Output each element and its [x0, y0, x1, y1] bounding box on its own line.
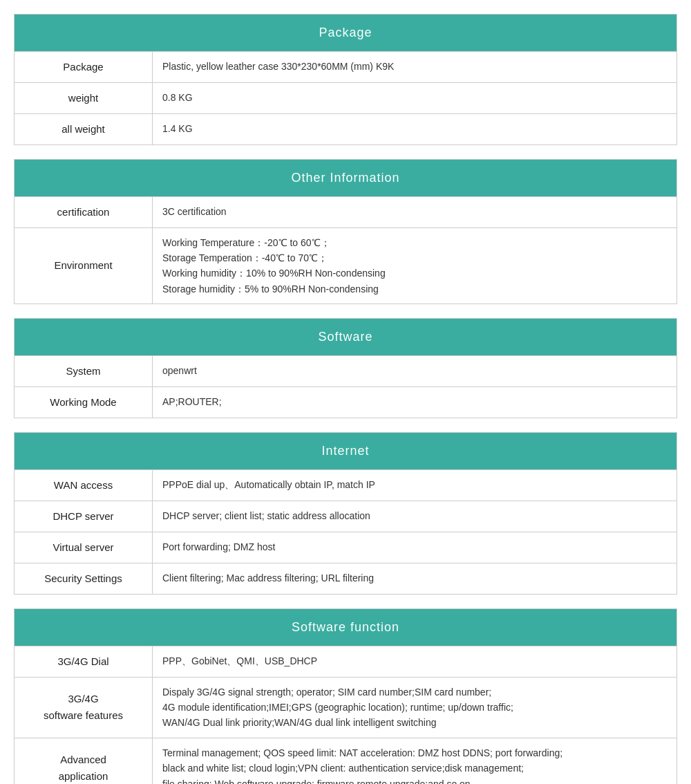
table-row: Security SettingsClient filtering; Mac a… [15, 563, 677, 594]
row-label: 3G/4G Dial [15, 646, 153, 677]
row-label: Virtual server [15, 532, 153, 563]
row-value: Port forwarding; DMZ host [153, 532, 677, 563]
table-row: 3G/4G DialPPP、GobiNet、QMI、USB_DHCP [15, 646, 677, 677]
row-label: weight [15, 82, 153, 113]
table-row: EnvironmentWorking Temperature：-20℃ to 6… [15, 227, 677, 304]
table-row: weight0.8 KG [15, 82, 677, 113]
row-label: Environment [15, 227, 153, 304]
row-value: AP;ROUTER; [153, 386, 677, 418]
row-label: Advanced application [15, 738, 153, 784]
row-value: 1.4 KG [153, 113, 677, 144]
table-row: Virtual serverPort forwarding; DMZ host [15, 532, 677, 563]
row-value: openwrt [153, 355, 677, 386]
row-value: PPPoE dial up、Automatically obtain IP, m… [153, 469, 677, 501]
table-row: Systemopenwrt [15, 355, 677, 386]
row-value: Working Temperature：-20℃ to 60℃； Storage… [153, 227, 677, 304]
table-row: certification3C certification [15, 196, 677, 227]
row-value: 0.8 KG [153, 82, 677, 113]
table-row: PackagePlastic, yellow leather case 330*… [15, 51, 677, 82]
table-row: all weight1.4 KG [15, 113, 677, 144]
row-value: Client filtering; Mac address filtering;… [153, 563, 677, 594]
software-function-section: Software function 3G/4G DialPPP、GobiNet、… [14, 608, 677, 784]
row-value: DHCP server; client list; static address… [153, 501, 677, 532]
row-label: certification [15, 196, 153, 227]
row-label: DHCP server [15, 501, 153, 532]
software-function-header: Software function [15, 608, 677, 646]
table-row: Working ModeAP;ROUTER; [15, 386, 677, 418]
row-value: Plastic, yellow leather case 330*230*60M… [153, 51, 677, 82]
row-label: Package [15, 51, 153, 82]
table-row: 3G/4G software featuresDispaly 3G/4G sig… [15, 677, 677, 738]
row-label: WAN access [15, 469, 153, 501]
internet-header: Internet [15, 432, 677, 469]
other-information-header: Other Information [15, 159, 677, 196]
row-label: all weight [15, 113, 153, 144]
other-information-section: Other Information certification3C certif… [14, 159, 677, 304]
row-value: Terminal management; QOS speed limit: NA… [153, 738, 677, 784]
software-header: Software [15, 319, 677, 356]
row-value: Dispaly 3G/4G signal strength; operator;… [153, 677, 677, 738]
internet-section: Internet WAN accessPPPoE dial up、Automat… [14, 432, 677, 595]
package-header: Package [15, 15, 677, 52]
table-row: DHCP serverDHCP server; client list; sta… [15, 501, 677, 532]
package-section: Package PackagePlastic, yellow leather c… [14, 14, 677, 145]
table-row: Advanced applicationTerminal management;… [15, 738, 677, 784]
software-section: Software SystemopenwrtWorking ModeAP;ROU… [14, 318, 677, 418]
row-label: Security Settings [15, 563, 153, 594]
row-label: 3G/4G software features [15, 677, 153, 738]
row-label: System [15, 355, 153, 386]
row-label: Working Mode [15, 386, 153, 418]
row-value: 3C certification [153, 196, 677, 227]
table-row: WAN accessPPPoE dial up、Automatically ob… [15, 469, 677, 501]
row-value: PPP、GobiNet、QMI、USB_DHCP [153, 646, 677, 677]
